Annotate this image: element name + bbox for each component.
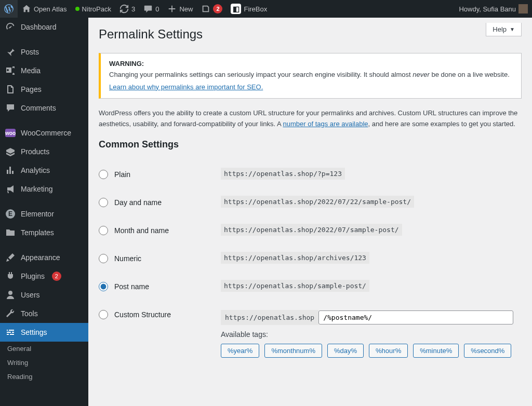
updates-link[interactable]: 3 bbox=[115, 0, 139, 18]
custom-structure-input[interactable] bbox=[318, 310, 513, 324]
products-icon bbox=[5, 146, 16, 157]
page-icon bbox=[5, 84, 16, 94]
new-content-link[interactable]: New bbox=[163, 0, 197, 18]
menu-appearance[interactable]: Appearance bbox=[0, 248, 88, 267]
plus-icon bbox=[167, 4, 177, 13]
chevron-down-icon: ▼ bbox=[510, 26, 515, 32]
menu-plugins[interactable]: Plugins 2 bbox=[0, 267, 88, 286]
user-icon bbox=[5, 290, 16, 300]
firebox-icon: ◧ bbox=[231, 4, 241, 14]
sliders-icon bbox=[5, 327, 16, 337]
radio-numeric[interactable] bbox=[99, 254, 108, 263]
comments-icon bbox=[5, 103, 16, 113]
intro-text: WordPress offers you the ability to crea… bbox=[99, 108, 522, 130]
warning-text: Changing your permalinks settings can se… bbox=[109, 70, 513, 80]
comments-link[interactable]: 0 bbox=[139, 0, 163, 18]
menu-elementor[interactable]: E Elementor bbox=[0, 205, 88, 223]
option-label: Day and name bbox=[114, 198, 162, 207]
pin-icon bbox=[5, 47, 16, 57]
elementor-icon: E bbox=[5, 209, 16, 219]
option-label: Plain bbox=[114, 170, 130, 179]
yoast-link[interactable]: 2 bbox=[197, 0, 227, 18]
refresh-icon bbox=[119, 4, 129, 13]
site-name: Open Atlas bbox=[34, 5, 67, 13]
tag-button[interactable]: %year% bbox=[221, 344, 259, 358]
menu-products[interactable]: Products bbox=[0, 142, 88, 161]
menu-users[interactable]: Users bbox=[0, 286, 88, 304]
option-example: https://openatlas.shop/archives/123 bbox=[221, 252, 369, 264]
brush-icon bbox=[5, 252, 16, 263]
tags-available-link[interactable]: number of tags are available bbox=[283, 120, 368, 128]
nitropack-link[interactable]: NitroPack bbox=[71, 0, 115, 18]
firebox-link[interactable]: ◧ FireBox bbox=[227, 0, 271, 18]
comment-icon bbox=[143, 4, 153, 13]
menu-dashboard[interactable]: Dashboard bbox=[0, 18, 88, 36]
tag-button[interactable]: %second% bbox=[464, 344, 511, 358]
warning-seo-link[interactable]: Learn about why permalinks are important… bbox=[109, 83, 263, 91]
wp-logo[interactable] bbox=[0, 0, 18, 18]
folder-icon bbox=[5, 227, 16, 238]
warning-heading: WARNING: bbox=[109, 60, 144, 67]
submenu-reading[interactable]: Reading bbox=[0, 370, 88, 384]
option-example: https://openatlas.shop/2022/07/sample-po… bbox=[221, 224, 402, 236]
option-label: Post name bbox=[114, 282, 149, 291]
tag-button[interactable]: %monthnum% bbox=[264, 344, 322, 358]
plugins-count-badge: 2 bbox=[52, 272, 61, 281]
menu-templates[interactable]: Templates bbox=[0, 223, 88, 242]
yoast-icon bbox=[201, 4, 210, 13]
tag-button[interactable]: %hour% bbox=[369, 344, 408, 358]
custom-structure-label: Custom Structure bbox=[114, 310, 171, 319]
radio-month-and-name[interactable] bbox=[99, 226, 108, 235]
option-label: Month and name bbox=[114, 226, 169, 235]
option-example: https://openatlas.shop/sample-post/ bbox=[221, 280, 369, 292]
plug-icon bbox=[5, 271, 16, 281]
submenu-writing[interactable]: Writing bbox=[0, 356, 88, 370]
wrench-icon bbox=[5, 308, 16, 319]
avatar-icon bbox=[518, 4, 528, 13]
menu-analytics[interactable]: Analytics bbox=[0, 161, 88, 180]
analytics-icon bbox=[5, 165, 16, 175]
tag-button[interactable]: %day% bbox=[327, 344, 364, 358]
common-settings-heading: Common Settings bbox=[99, 139, 522, 150]
radio-day-and-name[interactable] bbox=[99, 198, 108, 207]
woocommerce-icon: woo bbox=[5, 128, 16, 138]
radio-plain[interactable] bbox=[99, 170, 108, 179]
radio-custom-structure[interactable] bbox=[99, 310, 108, 319]
submenu-general[interactable]: General bbox=[0, 342, 88, 356]
menu-posts[interactable]: Posts bbox=[0, 43, 88, 61]
seo-warning-notice: WARNING: Changing your permalinks settin… bbox=[99, 53, 522, 99]
menu-pages[interactable]: Pages bbox=[0, 80, 88, 99]
menu-woocommerce[interactable]: woo WooCommerce bbox=[0, 124, 88, 142]
account-link[interactable]: Howdy, Sufia Banu bbox=[455, 0, 532, 18]
available-tags-label: Available tags: bbox=[221, 330, 513, 339]
page-title: Permalink Settings bbox=[99, 18, 522, 48]
custom-prefix: https://openatlas.shop bbox=[221, 310, 318, 325]
yoast-badge: 2 bbox=[213, 4, 222, 13]
menu-comments[interactable]: Comments bbox=[0, 99, 88, 117]
menu-marketing[interactable]: Marketing bbox=[0, 180, 88, 198]
megaphone-icon bbox=[5, 184, 16, 194]
menu-tools[interactable]: Tools bbox=[0, 304, 88, 323]
status-dot-icon bbox=[75, 7, 79, 11]
media-icon bbox=[5, 65, 16, 76]
option-label: Numeric bbox=[114, 254, 141, 263]
tag-button[interactable]: %minute% bbox=[413, 344, 459, 358]
menu-settings[interactable]: Settings bbox=[0, 323, 88, 342]
radio-post-name[interactable] bbox=[99, 282, 108, 291]
option-example: https://openatlas.shop/2022/07/22/sample… bbox=[221, 196, 414, 208]
option-example: https://openatlas.shop/?p=123 bbox=[221, 168, 345, 180]
menu-media[interactable]: Media bbox=[0, 61, 88, 80]
wordpress-icon bbox=[4, 4, 14, 13]
home-icon bbox=[22, 4, 31, 13]
help-tab[interactable]: Help ▼ bbox=[486, 23, 522, 36]
dashboard-icon bbox=[5, 22, 16, 32]
site-name-link[interactable]: Open Atlas bbox=[18, 0, 71, 18]
